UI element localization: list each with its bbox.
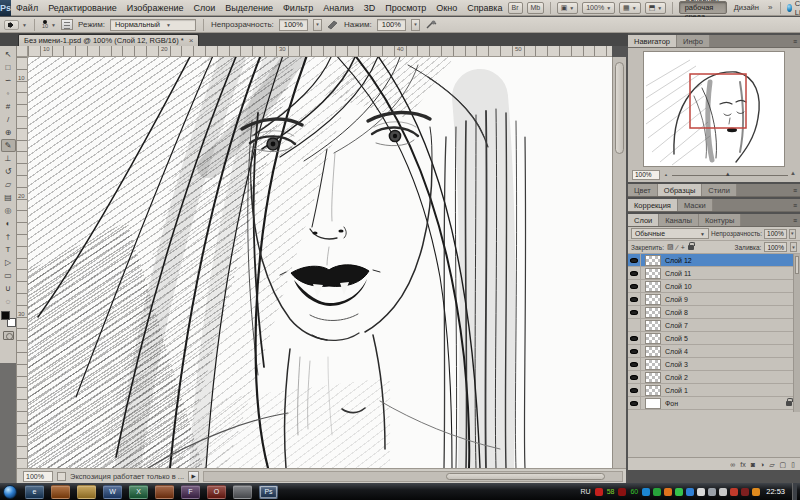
zoom-out-icon[interactable]: ▲ <box>664 172 668 177</box>
layer-group-icon[interactable]: ▱ <box>769 461 774 468</box>
workspace-overflow-icon[interactable]: » <box>766 3 774 12</box>
vertical-scrollbar-thumb[interactable] <box>615 62 624 154</box>
status-zoom-input[interactable]: 100% <box>23 471 53 482</box>
slider-thumb[interactable]: ▲ <box>725 171 731 177</box>
brush-preset-caret-icon[interactable]: ▼ <box>22 22 27 28</box>
layer-row[interactable]: Слой 1 <box>628 384 800 397</box>
layer-thumbnail[interactable] <box>645 268 661 279</box>
document-tab[interactable]: Без имени-1.psd @ 100% (Слой 12, RGB/16)… <box>18 34 199 46</box>
lock-position-icon[interactable]: + <box>681 244 685 251</box>
tray-display[interactable] <box>708 488 716 496</box>
tool-clone-stamp[interactable]: ⊥ <box>1 152 16 165</box>
tool-crop[interactable]: # <box>1 100 16 113</box>
tool-move[interactable]: ↖ <box>1 48 16 61</box>
flow-input[interactable]: 100% <box>377 19 406 31</box>
tool-hand[interactable]: ∪ <box>1 282 16 295</box>
lock-transparency-icon[interactable]: ▨ <box>667 243 674 251</box>
layer-thumbnail[interactable] <box>645 281 661 292</box>
screen-mode-button[interactable]: ⬒▼ <box>645 2 667 14</box>
view-extras-button[interactable]: ▦▼ <box>619 2 641 14</box>
flow-spinner[interactable]: ▼ <box>411 19 420 31</box>
layer-thumbnail[interactable] <box>645 320 661 331</box>
tool-path-selection[interactable]: ▷ <box>1 256 16 269</box>
visibility-toggle[interactable] <box>628 267 641 280</box>
airbrush-toggle-icon[interactable] <box>425 19 437 30</box>
vertical-scrollbar[interactable] <box>612 57 626 468</box>
layer-row[interactable]: Слой 12 <box>628 254 800 267</box>
taskbar-word[interactable]: W <box>103 485 122 499</box>
taskbar-photoshop[interactable]: Ps <box>259 485 278 499</box>
taskbar-app-media[interactable]: F <box>181 485 200 499</box>
layer-row[interactable]: Слой 9 <box>628 293 800 306</box>
layer-thumbnail[interactable] <box>645 333 661 344</box>
tablet-opacity-icon[interactable] <box>327 19 339 30</box>
visibility-toggle[interactable] <box>628 293 641 306</box>
layer-row[interactable]: Слой 2 <box>628 371 800 384</box>
tool-type[interactable]: T <box>1 243 16 256</box>
menu-item-1[interactable]: Файл <box>11 0 43 16</box>
layer-thumbnail[interactable] <box>645 372 661 383</box>
brush-size-picker[interactable]: 10 ▼ <box>42 20 56 29</box>
swatches-tab-Стили[interactable]: Стили <box>702 184 737 196</box>
navigator-tab-Навигатор[interactable]: Навигатор <box>628 35 677 47</box>
panel-menu-icon[interactable]: ≡ <box>793 217 797 224</box>
visibility-toggle[interactable] <box>628 306 641 319</box>
layer-row[interactable]: Слой 4 <box>628 345 800 358</box>
tool-eraser[interactable]: ▱ <box>1 178 16 191</box>
tool-spot-healing-brush[interactable]: ⊕ <box>1 126 16 139</box>
taskbar-app-ring[interactable]: O <box>207 485 226 499</box>
layer-row[interactable]: Слой 3 <box>628 358 800 371</box>
menu-item-7[interactable]: Анализ <box>318 0 358 16</box>
menu-item-6[interactable]: Фильтр <box>278 0 318 16</box>
panel-menu-icon[interactable]: ≡ <box>793 202 797 209</box>
launch-bridge-button[interactable]: Br <box>508 2 523 14</box>
tray-update-orange[interactable] <box>752 488 760 496</box>
swatches-tab-Цвет[interactable]: Цвет <box>628 184 658 196</box>
navigator-zoom-input[interactable]: 100% <box>632 170 660 180</box>
visibility-toggle[interactable] <box>628 384 641 397</box>
taskbar-app-gray[interactable] <box>233 485 252 499</box>
tool-rectangular-marquee[interactable]: □ <box>1 61 16 74</box>
adjustment-layer-icon[interactable]: ◑ <box>760 461 764 468</box>
menu-item-8[interactable]: 3D <box>359 0 381 16</box>
tray-badge-60[interactable]: 60 <box>629 488 639 495</box>
layer-thumbnail[interactable] <box>645 385 661 396</box>
menu-item-11[interactable]: Справка <box>462 0 507 16</box>
foreground-color-swatch[interactable] <box>1 311 10 320</box>
tool-gradient[interactable]: ▤ <box>1 191 16 204</box>
zoom-in-icon[interactable]: ▲ <box>790 170 796 176</box>
menu-item-2[interactable]: Редактирование <box>43 0 122 16</box>
panel-menu-icon[interactable]: ≡ <box>793 187 797 194</box>
layer-row[interactable]: Фон <box>628 397 800 410</box>
layer-thumbnail[interactable] <box>645 294 661 305</box>
quick-mask-icon[interactable] <box>3 331 14 340</box>
document-close-icon[interactable]: × <box>189 36 194 45</box>
navigator-zoom-slider[interactable]: ▲ ▲ ▲ <box>664 170 796 180</box>
tray-orange-app[interactable] <box>664 488 672 496</box>
brush-preset-icon[interactable] <box>4 20 19 30</box>
zoom-level-button[interactable]: 100%▼ <box>582 2 615 14</box>
tray-avira[interactable] <box>595 488 603 496</box>
document-canvas[interactable] <box>28 57 612 468</box>
layers-scrollbar[interactable] <box>793 254 800 412</box>
horizontal-scrollbar[interactable] <box>203 471 623 482</box>
lock-pixels-icon[interactable]: ∕ <box>677 244 678 251</box>
swatches-tab-Образцы[interactable]: Образцы <box>658 184 703 196</box>
taskbar-internet-explorer[interactable]: e <box>25 485 44 499</box>
menu-item-4[interactable]: Слои <box>188 0 220 16</box>
tool-dodge[interactable]: ◐ <box>1 217 16 230</box>
layers-tab-Слои[interactable]: Слои <box>628 214 659 226</box>
visibility-toggle[interactable] <box>628 345 641 358</box>
tray-dark-red-app[interactable] <box>741 488 749 496</box>
cs-live-button[interactable]: CS Live▼ <box>787 0 800 17</box>
tool-zoom[interactable]: ◌ <box>1 295 16 308</box>
tray-messenger-green[interactable] <box>675 488 683 496</box>
fill-caret-icon[interactable]: ▼ <box>790 242 797 252</box>
arrange-documents-button[interactable]: ▣▼ <box>557 2 579 14</box>
adjustments-tab-Коррекция[interactable]: Коррекция <box>628 199 678 211</box>
tool-blur[interactable]: ◎ <box>1 204 16 217</box>
tray-badge-58[interactable]: 58 <box>606 488 616 495</box>
workspace-button-primary[interactable]: Основная рабочая среда <box>679 1 727 14</box>
layer-thumbnail[interactable] <box>645 255 661 266</box>
tool-pen[interactable]: † <box>1 230 16 243</box>
